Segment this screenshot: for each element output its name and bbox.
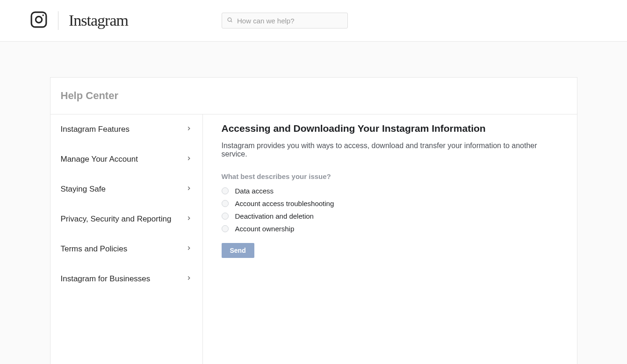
svg-point-2 xyxy=(42,14,43,16)
sidebar-item-terms-policies[interactable]: Terms and Policies xyxy=(50,234,202,264)
chevron-right-icon xyxy=(186,214,192,224)
logo-group[interactable]: Instagram xyxy=(30,11,128,30)
sidebar-item-instagram-businesses[interactable]: Instagram for Businesses xyxy=(50,264,202,294)
sidebar-item-instagram-features[interactable]: Instagram Features xyxy=(50,114,202,144)
logo-divider xyxy=(58,11,58,30)
radio-icon[interactable] xyxy=(222,200,229,207)
option-label: Data access xyxy=(235,187,274,195)
instagram-wordmark: Instagram xyxy=(69,12,128,29)
form-question: What best describes your issue? xyxy=(222,172,558,180)
svg-line-4 xyxy=(231,21,232,22)
sidebar-item-label: Instagram for Businesses xyxy=(61,274,151,284)
content-heading: Accessing and Downloading Your Instagram… xyxy=(222,123,558,134)
card-header: Help Center xyxy=(50,78,577,114)
sidebar-item-privacy-security[interactable]: Privacy, Security and Reporting xyxy=(50,204,202,234)
chevron-right-icon xyxy=(186,244,192,254)
instagram-glyph-icon xyxy=(30,11,48,30)
sidebar-item-manage-account[interactable]: Manage Your Account xyxy=(50,144,202,174)
sidebar-item-label: Privacy, Security and Reporting xyxy=(61,214,172,224)
main-content: Accessing and Downloading Your Instagram… xyxy=(203,114,577,364)
content-intro: Instagram provides you with ways to acce… xyxy=(222,142,558,158)
option-label: Account access troubleshooting xyxy=(235,200,334,207)
chevron-right-icon xyxy=(186,274,192,284)
chevron-right-icon xyxy=(186,155,192,164)
sidebar-item-label: Terms and Policies xyxy=(61,244,128,254)
option-label: Deactivation and deletion xyxy=(235,212,314,220)
search-input[interactable] xyxy=(222,13,348,29)
option-label: Account ownership xyxy=(235,225,295,233)
sidebar-item-label: Manage Your Account xyxy=(61,155,138,164)
option-account-access-troubleshooting[interactable]: Account access troubleshooting xyxy=(222,200,558,207)
option-data-access[interactable]: Data access xyxy=(222,187,558,195)
sidebar: Instagram Features Manage Your Account S… xyxy=(50,114,203,364)
page-title: Help Center xyxy=(61,90,567,102)
svg-point-3 xyxy=(228,18,231,21)
search-wrap xyxy=(222,13,348,29)
search-icon xyxy=(227,16,233,25)
sidebar-item-label: Instagram Features xyxy=(61,125,130,134)
chevron-right-icon xyxy=(186,185,192,194)
radio-icon[interactable] xyxy=(222,225,229,232)
radio-icon[interactable] xyxy=(222,187,229,194)
help-card: Help Center Instagram Features Manage Yo… xyxy=(50,77,577,364)
radio-icon[interactable] xyxy=(222,213,229,220)
send-button[interactable]: Send xyxy=(222,243,254,258)
sidebar-item-staying-safe[interactable]: Staying Safe xyxy=(50,174,202,204)
option-deactivation-deletion[interactable]: Deactivation and deletion xyxy=(222,212,558,220)
sidebar-item-label: Staying Safe xyxy=(61,185,106,194)
svg-point-1 xyxy=(36,16,42,22)
option-account-ownership[interactable]: Account ownership xyxy=(222,225,558,233)
svg-rect-0 xyxy=(31,12,46,27)
top-bar: Instagram xyxy=(0,0,627,42)
chevron-right-icon xyxy=(186,125,192,134)
